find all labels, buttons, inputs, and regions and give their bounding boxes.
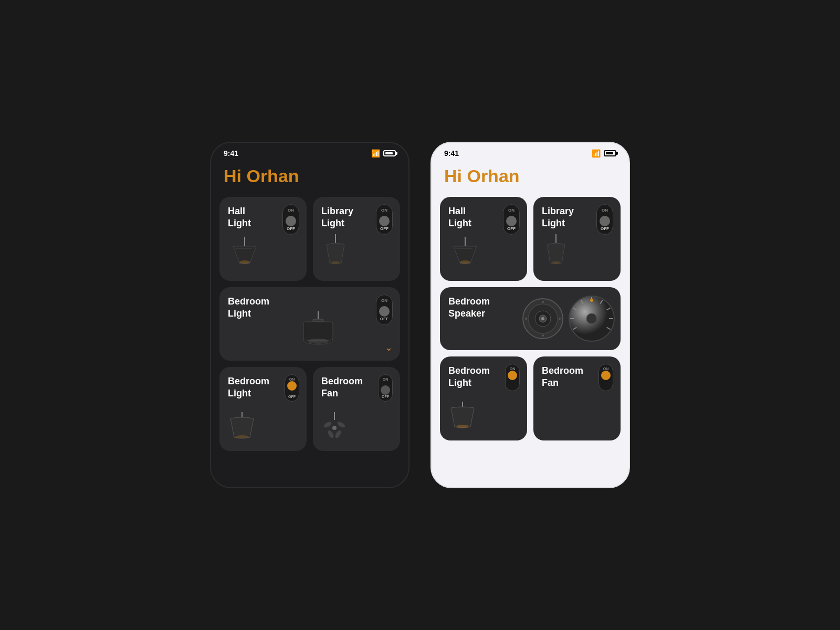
dark-bedroom-light-card[interactable]: BedroomLight ON OFF — [219, 367, 307, 451]
svg-point-14 — [337, 421, 346, 429]
svg-point-26 — [541, 317, 544, 320]
light-cards-grid: HallLight ON OFF — [432, 197, 629, 440]
dark-phone: 9:41 📶 Hi Orhan HallLight ON OFF — [210, 142, 410, 488]
svg-point-16 — [334, 429, 342, 439]
svg-point-19 — [460, 260, 470, 264]
svg-point-30 — [559, 318, 561, 320]
light-hall-toggle[interactable]: ON OFF — [503, 204, 520, 235]
dark-bedroom-lamp2 — [228, 412, 257, 446]
dark-hall-lamp — [228, 237, 262, 276]
speaker-body — [522, 298, 564, 340]
dark-bedroom-pendant — [297, 311, 339, 355]
knob-svg — [568, 295, 615, 342]
light-bedroom-fan-toggle[interactable]: ON — [598, 364, 613, 391]
toggle-knob2 — [379, 216, 390, 226]
svg-point-3 — [331, 261, 340, 264]
light-hall-lamp — [448, 237, 482, 276]
toggle-knob-on — [287, 381, 297, 391]
light-library-toggle[interactable]: ON OFF — [596, 204, 613, 235]
light-lamp-svg — [448, 237, 482, 274]
battery-icon — [383, 150, 396, 156]
chevron-down-icon: ⌄ — [385, 342, 393, 353]
svg-point-28 — [542, 334, 544, 337]
light-bedroom-light-toggle[interactable]: ON — [505, 364, 520, 391]
ll-off: OFF — [601, 226, 609, 231]
svg-point-1 — [239, 260, 250, 264]
light-greeting: Hi Orhan — [432, 161, 629, 197]
bedroom-lamp-svg — [228, 412, 257, 444]
dark-bedroom-fan-label: BedroomFan — [321, 375, 384, 400]
dark-library-light-label: LibraryLight — [321, 205, 384, 230]
dark-bedroom-fan-card[interactable]: BedroomFan ON OFF — [313, 367, 400, 451]
dark-bedroom-light-label: BedroomLight — [228, 296, 291, 320]
wifi-icon: 📶 — [371, 149, 380, 158]
dark-bedroom-light-toggle[interactable]: ON OFF — [376, 295, 393, 325]
toggle-off-text3: OFF — [380, 317, 388, 321]
svg-point-17 — [332, 426, 337, 430]
light-bedroom-fan-label: BedroomFan — [542, 365, 605, 390]
dark-time: 9:41 — [224, 149, 238, 158]
dark-bedroom-light-full-card[interactable]: BedroomLight ON OFF — [219, 287, 400, 361]
fan-toggle-off: OFF — [382, 395, 389, 398]
toggle-knob3 — [379, 306, 390, 317]
speaker-svg — [522, 298, 564, 340]
toggle-on-text: ON — [288, 208, 294, 213]
dark-hall-light-card[interactable]: HallLight ON OFF — [219, 197, 307, 281]
fan-toggle-knob — [381, 385, 390, 395]
toggle-on-s: ON — [289, 377, 295, 381]
dark-status-bar: 9:41 📶 — [211, 143, 408, 161]
fan-toggle-on: ON — [383, 377, 388, 381]
dark-cards-area: HallLight ON OFF — [211, 197, 408, 461]
app-wrapper: 9:41 📶 Hi Orhan HallLight ON OFF — [189, 110, 651, 520]
dark-library-lamp — [321, 234, 350, 276]
svg-point-29 — [525, 318, 527, 320]
ll-on: ON — [602, 208, 608, 213]
light-cards-area: HallLight ON OFF — [432, 197, 629, 451]
dark-bedroom-light-toggle2[interactable]: ON OFF — [285, 374, 299, 402]
svg-point-8 — [308, 339, 329, 344]
dark-library-light-card[interactable]: LibraryLight ON OFF — [313, 197, 400, 281]
light-battery-icon — [604, 150, 616, 156]
bedroom-pendant-svg — [297, 311, 339, 353]
svg-point-41 — [590, 299, 593, 302]
light-library-light-card[interactable]: LibraryLight ON OFF — [533, 197, 621, 281]
volume-knob[interactable] — [568, 295, 615, 342]
dark-hall-light-label: HallLight — [228, 205, 291, 230]
toggle-knob — [286, 216, 296, 226]
toggle-on-text2: ON — [381, 208, 387, 213]
bf-on: ON — [603, 367, 609, 371]
speaker-visual — [522, 295, 615, 342]
toggle-off-text: OFF — [287, 226, 295, 231]
toggle-off-s: OFF — [288, 395, 296, 398]
svg-point-27 — [542, 301, 544, 303]
dark-bedroom-light-label2: BedroomLight — [228, 375, 291, 400]
dark-greeting: Hi Orhan — [211, 161, 408, 197]
pendant-lamp-svg — [321, 234, 350, 274]
ll-knob — [600, 216, 610, 226]
light-bedroom-fan-card[interactable]: BedroomFan ON — [533, 356, 621, 440]
svg-point-10 — [236, 435, 248, 438]
light-bedroom-lamp — [448, 402, 477, 435]
bl-on: ON — [510, 367, 516, 371]
dark-hall-light-toggle[interactable]: ON OFF — [282, 204, 299, 235]
dark-library-light-toggle[interactable]: ON OFF — [376, 204, 393, 235]
dark-bedroom-fan-toggle[interactable]: ON OFF — [378, 374, 393, 402]
light-library-lamp — [542, 234, 571, 276]
toggle-off-text2: OFF — [380, 226, 388, 231]
light-bedroom-speaker-card[interactable]: BedroomSpeaker — [440, 287, 621, 350]
light-hall-light-card[interactable]: HallLight ON OFF — [440, 197, 527, 281]
dark-cards-grid: HallLight ON OFF — [211, 197, 408, 451]
svg-rect-7 — [303, 322, 333, 340]
light-bedroom-light-card[interactable]: BedroomLight ON — [440, 356, 527, 440]
svg-point-15 — [327, 429, 335, 439]
light-time: 9:41 — [444, 149, 459, 158]
svg-point-21 — [552, 261, 560, 264]
fan-svg — [321, 412, 348, 444]
light-status-icons: 📶 — [592, 149, 616, 158]
light-bedroom-light-label: BedroomLight — [448, 365, 511, 390]
light-wifi-icon: 📶 — [592, 149, 601, 158]
lt-off: OFF — [507, 226, 516, 231]
light-bedroom-speaker-label: BedroomSpeaker — [448, 296, 511, 320]
light-phone: 9:41 📶 Hi Orhan HallLight ON OFF — [430, 142, 630, 488]
svg-point-42 — [586, 313, 597, 324]
